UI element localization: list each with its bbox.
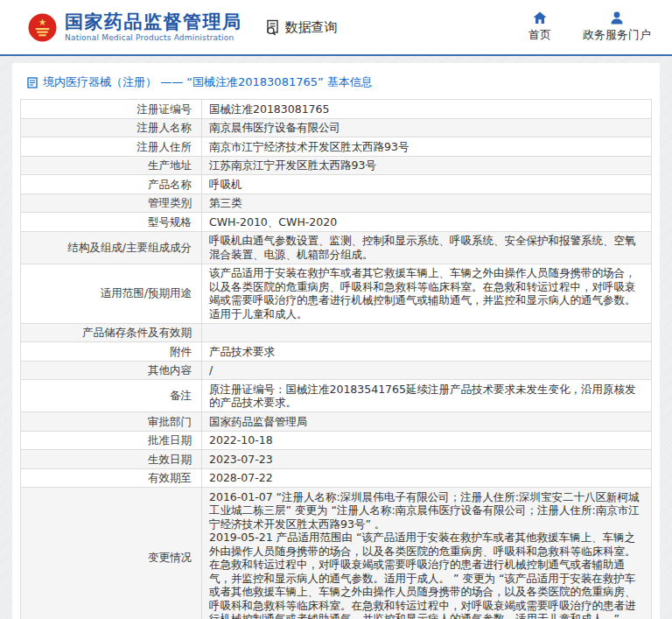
nav-service-portal-label: 政务服务门户 [583,27,651,43]
registration-info-table: 注册证编号国械注准20183081765注册人名称南京晨伟医疗设备有限公司注册人… [20,99,652,619]
row-label: 生产地址 [21,156,202,175]
row-value: 南京市江宁经济技术开发区胜太西路93号 [202,137,652,157]
row-value: 2028-07-22 [202,468,652,488]
row-label: 注册人名称 [21,118,202,137]
row-label: 其他内容 [21,361,202,380]
row-label: 批准日期 [21,431,202,450]
row-value: 2016-01-07 “注册人名称:深圳晨伟电子有限公司；注册人住所:深圳宝安二… [202,488,652,619]
table-row: 生产地址江苏南京江宁开发区胜太西路93号 [21,156,652,175]
table-row: 型号规格CWH-2010、CWH-2020 [21,213,652,232]
header-right-nav: 首页 政务服务门户 [528,11,654,43]
table-row: 审批部门国家药品监督管理局 [21,412,652,432]
row-label: 生效日期 [21,450,202,469]
table-row: 备注原注册证编号：国械注准20183541765延续注册产品技术要求未发生变化，… [21,380,652,412]
site-subtitle: National Medical Products Administration [65,34,242,43]
table-row: 有效期至2028-07-22 [21,468,652,488]
national-emblem-logo [28,13,57,42]
table-row: 注册证编号国械注准20183081765 [21,100,652,119]
nav-data-query-label: 数据查询 [285,19,338,36]
table-row: 其他内容/ [21,361,652,380]
nav-service-portal[interactable]: 政务服务门户 [583,11,651,43]
site-title: 国家药品监督管理局 [65,12,242,32]
row-value: / [202,361,652,380]
content-panel: 境内医疗器械（注册） —— “国械注准20183081765” 基本信息 注册证… [12,63,660,619]
page-body: 境内医疗器械（注册） —— “国械注准20183081765” 基本信息 注册证… [0,56,672,619]
row-value: 第三类 [202,193,652,213]
row-label: 备注 [21,380,202,412]
row-label: 结构及组成/主要组成成分 [21,231,202,264]
table-row: 批准日期2022-10-18 [21,431,652,450]
row-value: 2022-10-18 [202,431,652,450]
home-icon [533,11,547,25]
table-row: 生效日期2023-07-23 [21,450,652,469]
row-value: 南京晨伟医疗设备有限公司 [202,118,652,137]
row-value: CWH-2010、CWH-2020 [202,213,652,232]
row-label: 有效期至 [21,468,202,488]
table-row: 产品名称呼吸机 [21,175,652,194]
row-value [202,323,652,342]
row-label: 产品名称 [21,175,202,194]
change-history-paragraph: 2019-05-21 产品适用范围由 “该产品适用于安装在救护车或者其他救援车辆… [209,531,644,619]
row-value: 呼吸机 [202,175,652,194]
row-value: 2023-07-23 [202,450,652,469]
nav-home[interactable]: 首页 [528,11,551,43]
user-icon [610,11,624,25]
table-row: 变更情况2016-01-07 “注册人名称:深圳晨伟电子有限公司；注册人住所:深… [21,488,652,619]
table-row: 适用范围/预期用途该产品适用于安装在救护车或者其它救援车辆上、车辆之外由操作人员… [21,264,652,323]
row-value: 呼吸机由通气参数设置、监测、控制和显示系统、呼吸系统、安全保护和报警系统、空氧混… [202,231,652,264]
row-label: 适用范围/预期用途 [21,264,202,323]
row-value: 该产品适用于安装在救护车或者其它救援车辆上、车辆之外由操作人员随身携带的场合，以… [202,264,652,323]
site-title-block: 国家药品监督管理局 National Medical Products Admi… [65,12,242,43]
table-row: 注册人住所南京市江宁经济技术开发区胜太西路93号 [21,137,652,157]
table-row: 注册人名称南京晨伟医疗设备有限公司 [21,118,652,137]
row-label: 产品储存条件及有效期 [21,323,202,342]
document-search-icon [265,19,282,36]
site-header: 国家药品监督管理局 National Medical Products Admi… [0,0,672,56]
row-value: 江苏南京江宁开发区胜太西路93号 [202,156,652,175]
breadcrumb: 境内医疗器械（注册） —— “国械注准20183081765” 基本信息 [20,63,652,99]
table-row: 结构及组成/主要组成成分呼吸机由通气参数设置、监测、控制和显示系统、呼吸系统、安… [21,231,652,264]
row-label: 注册证编号 [21,100,202,119]
row-label: 审批部门 [21,412,202,432]
table-row: 产品储存条件及有效期 [21,323,652,342]
table-row: 管理类别第三类 [21,193,652,213]
row-label: 变更情况 [21,488,202,619]
change-history-paragraph: 2016-01-07 “注册人名称:深圳晨伟电子有限公司；注册人住所:深圳宝安二… [209,490,644,531]
row-value: 国家药品监督管理局 [202,412,652,432]
row-label: 附件 [21,342,202,362]
breadcrumb-text: 境内医疗器械（注册） —— “国械注准20183081765” 基本信息 [43,74,373,90]
row-label: 型号规格 [21,213,202,232]
row-value: 产品技术要求 [202,342,652,362]
page-icon [27,77,38,88]
row-label: 注册人住所 [21,137,202,157]
row-value: 国械注准20183081765 [202,100,652,119]
nav-home-label: 首页 [528,27,551,43]
nav-data-query[interactable]: 数据查询 [265,19,338,36]
row-label: 管理类别 [21,193,202,213]
table-row: 附件产品技术要求 [21,342,652,362]
row-value: 原注册证编号：国械注准20183541765延续注册产品技术要求未发生变化，沿用… [202,380,652,412]
